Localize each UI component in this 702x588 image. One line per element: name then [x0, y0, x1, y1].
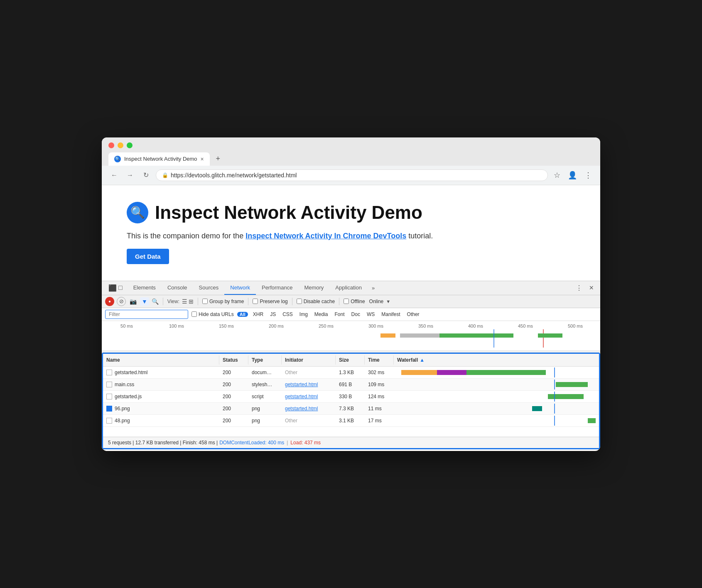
address-input[interactable]: 🔒 https://devtools.glitch.me/network/get…: [156, 169, 548, 181]
page-heading-container: 🔍 Inspect Network Activity Demo: [127, 202, 575, 223]
search-button[interactable]: 🔍: [152, 298, 159, 305]
status-dom-content-loaded: DOMContentLoaded: 400 ms: [219, 440, 284, 446]
col-type: Type: [248, 355, 282, 365]
devtools-menu-button[interactable]: ⋮: [572, 282, 586, 294]
page-title: Inspect Network Activity Demo: [155, 202, 422, 223]
filter-js[interactable]: JS: [268, 311, 277, 318]
new-tab-button[interactable]: +: [211, 152, 225, 166]
cell-name-48png[interactable]: 48.png: [103, 416, 219, 426]
tl-200ms: 200 ms: [251, 323, 301, 328]
filter-ws[interactable]: WS: [365, 311, 376, 318]
cell-time: 109 ms: [365, 380, 394, 390]
tab-performance[interactable]: Performance: [256, 281, 298, 295]
initiator-link[interactable]: getstarted.html: [285, 382, 318, 387]
wf-blue-line: [554, 392, 555, 402]
cell-name-getstarted-html[interactable]: getstarted.html: [103, 368, 219, 377]
tab-elements[interactable]: Elements: [128, 281, 162, 295]
file-icon-doc: [106, 370, 112, 375]
filter-all-badge[interactable]: All: [237, 312, 248, 317]
filter-button[interactable]: ▼: [140, 297, 149, 306]
filter-css[interactable]: CSS: [281, 311, 295, 318]
filter-doc[interactable]: Doc: [350, 311, 362, 318]
profile-button[interactable]: 👤: [566, 169, 579, 181]
disable-cache-checkbox[interactable]: [297, 299, 302, 304]
sort-arrow-icon: ▲: [420, 357, 425, 363]
group-by-frame-checkbox[interactable]: [202, 299, 208, 304]
wf-orange-bar: [401, 370, 437, 375]
filter-input[interactable]: [105, 310, 188, 319]
devtools-panel: ⬛ □ Elements Console Sources Network Per…: [102, 281, 600, 449]
cell-type: stylesh…: [248, 380, 282, 390]
devtools-tutorial-link[interactable]: Inspect Network Activity In Chrome DevTo…: [245, 232, 406, 240]
toolbar-separator-2: [198, 298, 198, 305]
maximize-traffic-light[interactable]: [127, 142, 133, 148]
filter-manifest[interactable]: Manifest: [380, 311, 402, 318]
preserve-log-checkbox[interactable]: [253, 299, 258, 304]
cell-size: 3.1 KB: [336, 416, 365, 426]
col-time: Time: [365, 355, 394, 365]
cell-name-main-css[interactable]: main.css: [103, 380, 219, 390]
tab-title: Inspect Network Activity Demo: [124, 156, 197, 162]
minimize-traffic-light[interactable]: [118, 142, 123, 148]
cell-name-96png[interactable]: 96.png: [103, 404, 219, 414]
cell-waterfall: [394, 379, 599, 390]
tab-sources[interactable]: Sources: [193, 281, 225, 295]
tab-network[interactable]: Network: [224, 281, 256, 295]
file-icon-css: [106, 382, 112, 387]
active-tab[interactable]: 🔍 Inspect Network Activity Demo ×: [108, 152, 210, 166]
tab-console[interactable]: Console: [162, 281, 193, 295]
device-icon[interactable]: □: [118, 284, 123, 292]
browser-menu-button[interactable]: ⋮: [583, 169, 594, 181]
devtools-tabs: ⬛ □ Elements Console Sources Network Per…: [102, 281, 600, 295]
col-waterfall[interactable]: Waterfall ▲: [394, 355, 591, 365]
cell-time: 17 ms: [365, 416, 394, 426]
cell-time: 124 ms: [365, 392, 394, 402]
get-data-button[interactable]: Get Data: [127, 249, 169, 264]
online-dropdown[interactable]: ▼: [386, 299, 390, 304]
cell-initiator: Other: [282, 416, 336, 426]
refresh-button[interactable]: ↻: [140, 169, 152, 181]
cell-type: script: [248, 392, 282, 402]
more-tabs-button[interactable]: »: [368, 282, 379, 294]
toolbar-separator-5: [339, 298, 339, 305]
cell-name-getstarted-js[interactable]: getstarted.js: [103, 392, 219, 402]
initiator-link[interactable]: getstarted.html: [285, 406, 318, 412]
filter-media[interactable]: Media: [313, 311, 330, 318]
tab-bar: 🔍 Inspect Network Activity Demo × +: [108, 152, 594, 166]
waterfall-view-icon[interactable]: ⊞: [189, 298, 194, 305]
devtools-close-button[interactable]: ×: [586, 281, 597, 295]
waterfall-bars: [397, 406, 596, 411]
bookmark-button[interactable]: ☆: [552, 169, 562, 181]
clear-button[interactable]: ⊘: [117, 297, 126, 306]
view-icons: ☰ ⊞: [182, 298, 194, 305]
description-prefix: This is the companion demo for the: [127, 232, 245, 240]
col-size: Size: [336, 355, 365, 365]
filter-xhr[interactable]: XHR: [251, 311, 265, 318]
col-name: Name: [103, 355, 219, 365]
screenshot-button[interactable]: 📷: [128, 297, 137, 306]
initiator-link[interactable]: getstarted.html: [285, 394, 318, 399]
tab-application[interactable]: Application: [329, 281, 368, 295]
tl-350ms: 350 ms: [401, 323, 451, 328]
toolbar-separator-4: [292, 298, 292, 305]
tab-memory[interactable]: Memory: [298, 281, 329, 295]
list-view-icon[interactable]: ☰: [182, 298, 187, 305]
hide-data-urls-checkbox[interactable]: [191, 311, 197, 317]
wf-green-bar: [588, 418, 596, 423]
tl-150ms: 150 ms: [201, 323, 251, 328]
close-traffic-light[interactable]: [108, 142, 114, 148]
forward-button[interactable]: →: [124, 169, 136, 181]
offline-checkbox[interactable]: [344, 299, 349, 304]
cell-status: 200: [219, 404, 248, 414]
tl-50ms: 50 ms: [102, 323, 152, 328]
tab-close-button[interactable]: ×: [201, 156, 204, 162]
offline-text: Offline: [351, 299, 365, 304]
back-button[interactable]: ←: [108, 169, 120, 181]
filter-img[interactable]: Img: [298, 311, 309, 318]
filter-font[interactable]: Font: [333, 311, 346, 318]
toolbar-separator-1: [163, 298, 163, 305]
filter-other[interactable]: Other: [405, 311, 421, 318]
waterfall-bars: [397, 370, 596, 375]
record-button[interactable]: ●: [105, 297, 114, 306]
inspector-icon[interactable]: ⬛: [108, 284, 117, 292]
